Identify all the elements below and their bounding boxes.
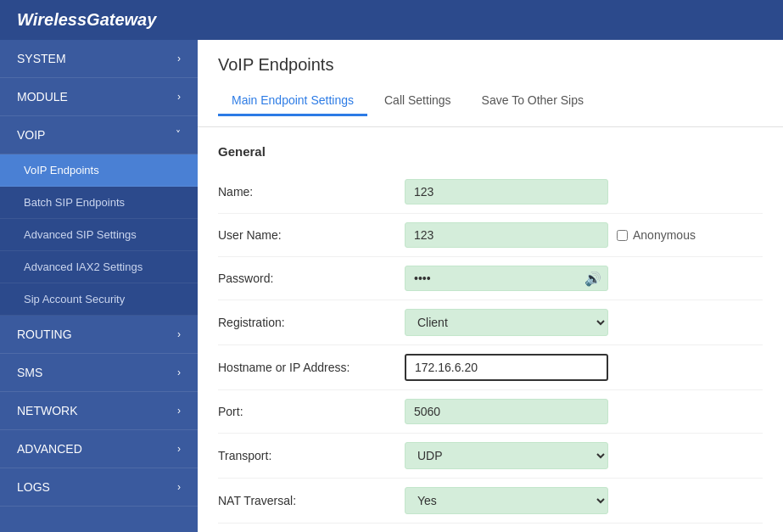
sidebar-label-system: SYSTEM [17,52,66,65]
sidebar-label-routing: ROUTING [17,328,72,341]
anonymous-wrapper: Anonymous [617,228,696,242]
tab-bar: Main Endpoint Settings Call Settings Sav… [218,87,763,116]
field-port-row: Port: [218,390,763,434]
sidebar: SYSTEM › MODULE › VOIP ˅ VoIP Endpoints … [0,40,198,532]
field-transport-row: Transport: UDP TCP TLS [218,434,763,479]
sidebar-label-sms: SMS [17,366,42,379]
tab-call-settings[interactable]: Call Settings [371,87,465,116]
field-password-input[interactable] [405,266,608,291]
chevron-right-icon: › [177,328,181,340]
field-registration-row: Registration: Client Server None [218,300,763,345]
field-name-label: Name: [218,185,405,199]
sidebar-sub-voip: VoIP Endpoints Batch SIP Endpoints Advan… [0,154,198,316]
field-registration-label: Registration: [218,316,405,329]
app-title: WirelessGateway [17,10,156,29]
chevron-down-icon: ˅ [176,129,181,141]
sidebar-item-advanced-iax2[interactable]: Advanced IAX2 Settings [0,251,198,283]
field-nat-row: NAT Traversal: Yes No [218,479,763,524]
field-name-row: Name: [218,171,763,214]
field-name-input[interactable] [405,179,608,204]
chevron-right-icon: › [177,367,181,378]
sidebar-item-sms[interactable]: SMS › [0,354,198,392]
tab-main-endpoint[interactable]: Main Endpoint Settings [218,87,367,116]
anonymous-checkbox[interactable] [617,230,628,241]
field-port-input[interactable] [405,399,608,424]
chevron-right-icon: › [177,443,181,455]
password-wrapper: 🔊 [405,266,608,291]
content-area: VoIP Endpoints Main Endpoint Settings Ca… [198,40,783,532]
chevron-right-icon: › [177,481,181,493]
password-toggle-icon[interactable]: 🔊 [584,271,601,287]
sidebar-item-network[interactable]: NETWORK › [0,392,198,430]
sidebar-item-advanced-sip[interactable]: Advanced SIP Settings [0,219,198,251]
field-hostname-row: Hostname or IP Address: [218,345,763,390]
field-hostname-input[interactable] [405,354,608,381]
content-header: VoIP Endpoints Main Endpoint Settings Ca… [198,40,783,127]
sidebar-item-sip-security[interactable]: Sip Account Security [0,283,198,316]
field-registration-select[interactable]: Client Server None [405,309,608,336]
sidebar-item-module[interactable]: MODULE › [0,78,198,116]
sidebar-label-logs: LOGS [17,480,50,494]
sidebar-label-advanced: ADVANCED [17,442,82,456]
section-general: General [218,144,763,159]
sidebar-item-routing[interactable]: ROUTING › [0,316,198,354]
field-username-row: User Name: Anonymous [218,214,763,257]
field-username-input[interactable] [405,222,608,248]
field-hostname-label: Hostname or IP Address: [218,361,405,374]
sidebar-item-voip[interactable]: VOIP ˅ [0,116,198,154]
chevron-right-icon: › [177,91,181,103]
field-password-row: Password: 🔊 [218,257,763,300]
sidebar-item-batch-sip[interactable]: Batch SIP Endpoints [0,187,198,219]
field-transport-select[interactable]: UDP TCP TLS [405,442,608,469]
anonymous-label: Anonymous [633,228,696,242]
form-area: General Name: User Name: Anonymous Passw… [198,127,783,532]
field-port-label: Port: [218,405,405,418]
field-nat-label: NAT Traversal: [218,494,405,507]
chevron-right-icon: › [177,405,181,417]
sidebar-item-voip-endpoints[interactable]: VoIP Endpoints [0,154,198,187]
sidebar-item-system[interactable]: SYSTEM › [0,40,198,78]
tab-save-to-other-sips[interactable]: Save To Other Sips [468,87,597,116]
field-username-label: User Name: [218,228,405,242]
field-transport-label: Transport: [218,449,405,462]
field-nat-select[interactable]: Yes No [405,487,608,514]
page-title: VoIP Endpoints [218,55,763,75]
sidebar-label-network: NETWORK [17,404,78,417]
chevron-right-icon: › [177,53,181,64]
sidebar-item-advanced[interactable]: ADVANCED › [0,430,198,468]
main-layout: SYSTEM › MODULE › VOIP ˅ VoIP Endpoints … [0,40,783,532]
sidebar-label-module: MODULE [17,90,68,104]
field-password-label: Password: [218,272,405,285]
app-header: WirelessGateway [0,0,783,40]
sidebar-item-logs[interactable]: LOGS › [0,468,198,507]
sidebar-label-voip: VOIP [17,128,45,142]
